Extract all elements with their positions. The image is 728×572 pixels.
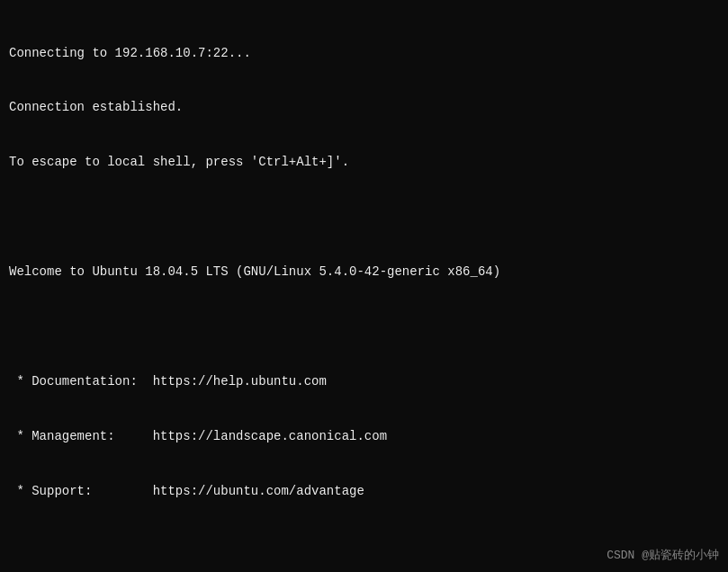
line-9: * Support: https://ubuntu.com/advantage	[9, 482, 719, 500]
terminal-window: Connecting to 192.168.10.7:22... Connect…	[0, 0, 728, 572]
watermark: CSDN @贴瓷砖的小钟	[607, 547, 719, 563]
terminal-output: Connecting to 192.168.10.7:22... Connect…	[9, 7, 719, 572]
line-3: To escape to local shell, press 'Ctrl+Al…	[9, 153, 719, 171]
line-5: Welcome to Ubuntu 18.04.5 LTS (GNU/Linux…	[9, 263, 719, 281]
line-2: Connection established.	[9, 98, 719, 116]
line-8: * Management: https://landscape.canonica…	[9, 427, 719, 445]
line-7: * Documentation: https://help.ubuntu.com	[9, 372, 719, 390]
line-1: Connecting to 192.168.10.7:22...	[9, 44, 719, 62]
line-4	[9, 208, 719, 226]
line-6	[9, 317, 719, 335]
